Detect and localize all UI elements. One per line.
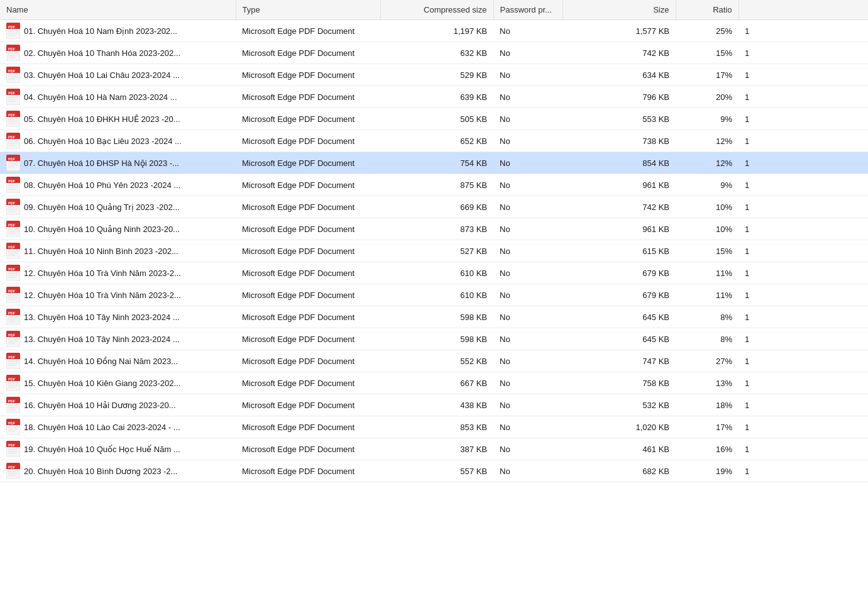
pdf-icon: PDF [6, 133, 20, 148]
table-row[interactable]: PDF 10. Chuyên Hoá 10 Quảng Ninh 2023-20… [0, 218, 868, 240]
compression-ratio: 11% [676, 284, 739, 306]
file-size: 553 KB [563, 108, 676, 130]
file-type: Microsoft Edge PDF Document [236, 372, 380, 394]
file-name: 18. Chuyên Hoá 10 Lào Cai 2023-2024 - ..… [24, 423, 180, 432]
file-size: 742 KB [563, 196, 676, 218]
file-name-cell[interactable]: PDF 02. Chuyên Hoá 10 Thanh Hóa 2023-202… [0, 42, 236, 64]
col-header-type[interactable]: Type [236, 0, 380, 20]
compressed-size: 610 KB [380, 284, 493, 306]
col-header-ratio[interactable]: Ratio [676, 0, 739, 20]
compression-ratio: 11% [676, 262, 739, 284]
file-size: 758 KB [563, 372, 676, 394]
svg-text:PDF: PDF [8, 157, 16, 161]
table-row[interactable]: PDF 15. Chuyên Hoá 10 Kiên Giang 2023-20… [0, 372, 868, 394]
col-header-compressed-size[interactable]: Compressed size [380, 0, 493, 20]
table-row[interactable]: PDF 01. Chuyên Hoá 10 Nam Định 2023-202.… [0, 20, 868, 42]
file-name: 13. Chuyên Hoá 10 Tây Ninh 2023-2024 ... [24, 335, 180, 344]
pdf-icon: PDF [6, 309, 20, 324]
table-row[interactable]: PDF 03. Chuyên Hoá 10 Lai Châu 2023-2024… [0, 64, 868, 86]
compressed-size: 552 KB [380, 350, 493, 372]
file-name-cell[interactable]: PDF 09. Chuyên Hoá 10 Quảng Trị 2023 -20… [0, 196, 236, 218]
file-name: 10. Chuyên Hoá 10 Quảng Ninh 2023-20... [24, 224, 180, 234]
extra-col: 1 [739, 42, 868, 64]
table-row[interactable]: PDF 19. Chuyên Hoá 10 Quốc Học Huế Năm .… [0, 438, 868, 460]
password-protected: No [493, 86, 563, 108]
file-name-cell[interactable]: PDF 13. Chuyên Hoá 10 Tây Ninh 2023-2024… [0, 306, 236, 328]
file-size: 742 KB [563, 42, 676, 64]
password-protected: No [493, 306, 563, 328]
extra-col: 1 [739, 130, 868, 152]
col-header-size[interactable]: Size [563, 0, 676, 20]
file-name-cell[interactable]: PDF 14. Chuyên Hoá 10 Đồng Nai Năm 2023.… [0, 350, 236, 372]
table-row[interactable]: PDF 12. Chuyên Hóa 10 Trà Vinh Năm 2023-… [0, 262, 868, 284]
file-name-cell[interactable]: PDF 07. Chuyên Hoá 10 ĐHSP Hà Nội 2023 -… [0, 152, 236, 174]
table-row[interactable]: PDF 13. Chuyên Hoá 10 Tây Ninh 2023-2024… [0, 306, 868, 328]
file-name: 14. Chuyên Hoá 10 Đồng Nai Năm 2023... [24, 357, 178, 366]
col-header-name[interactable]: Name [0, 0, 236, 20]
file-size: 854 KB [563, 152, 676, 174]
password-protected: No [493, 108, 563, 130]
compressed-size: 387 KB [380, 438, 493, 460]
compressed-size: 632 KB [380, 42, 493, 64]
svg-text:PDF: PDF [8, 179, 16, 183]
file-name-cell[interactable]: PDF 06. Chuyên Hoá 10 Bạc Liêu 2023 -202… [0, 130, 236, 152]
file-name-cell[interactable]: PDF 03. Chuyên Hoá 10 Lai Châu 2023-2024… [0, 64, 236, 86]
file-name-cell[interactable]: PDF 12. Chuyên Hóa 10 Trà Vinh Năm 2023-… [0, 284, 236, 306]
pdf-icon: PDF [6, 89, 20, 104]
file-name-cell[interactable]: PDF 08. Chuyên Hoá 10 Phú Yên 2023 -2024… [0, 174, 236, 196]
file-name-cell[interactable]: PDF 18. Chuyên Hoá 10 Lào Cai 2023-2024 … [0, 416, 236, 438]
table-row[interactable]: PDF 13. Chuyên Hoá 10 Tây Ninh 2023-2024… [0, 328, 868, 350]
compressed-size: 557 KB [380, 460, 493, 482]
col-header-extra [739, 0, 868, 20]
table-body: PDF 01. Chuyên Hoá 10 Nam Định 2023-202.… [0, 20, 868, 482]
file-size: 679 KB [563, 284, 676, 306]
file-name-cell[interactable]: PDF 01. Chuyên Hoá 10 Nam Định 2023-202.… [0, 20, 236, 42]
table-row[interactable]: PDF 05. Chuyên Hoá 10 ĐHKH HUẾ 2023 -20.… [0, 108, 868, 130]
password-protected: No [493, 130, 563, 152]
compression-ratio: 17% [676, 416, 739, 438]
table-row[interactable]: PDF 09. Chuyên Hoá 10 Quảng Trị 2023 -20… [0, 196, 868, 218]
file-size: 961 KB [563, 218, 676, 240]
password-protected: No [493, 416, 563, 438]
file-name-cell[interactable]: PDF 13. Chuyên Hoá 10 Tây Ninh 2023-2024… [0, 328, 236, 350]
compression-ratio: 20% [676, 86, 739, 108]
pdf-icon: PDF [6, 221, 20, 236]
extra-col: 1 [739, 108, 868, 130]
file-name: 12. Chuyên Hóa 10 Trà Vinh Năm 2023-2... [24, 291, 181, 300]
file-type: Microsoft Edge PDF Document [236, 64, 380, 86]
table-row[interactable]: PDF 11. Chuyên Hoá 10 Ninh Bình 2023 -20… [0, 240, 868, 262]
svg-text:PDF: PDF [8, 47, 16, 51]
extra-col: 1 [739, 64, 868, 86]
table-row[interactable]: PDF 14. Chuyên Hoá 10 Đồng Nai Năm 2023.… [0, 350, 868, 372]
file-type: Microsoft Edge PDF Document [236, 350, 380, 372]
table-row[interactable]: PDF 12. Chuyên Hóa 10 Trà Vinh Năm 2023-… [0, 284, 868, 306]
table-row[interactable]: PDF 02. Chuyên Hoá 10 Thanh Hóa 2023-202… [0, 42, 868, 64]
table-row[interactable]: PDF 07. Chuyên Hoá 10 ĐHSP Hà Nội 2023 -… [0, 152, 868, 174]
col-header-password[interactable]: Password pr... [493, 0, 563, 20]
file-name-cell[interactable]: PDF 04. Chuyên Hoá 10 Hà Nam 2023-2024 .… [0, 86, 236, 108]
file-name-cell[interactable]: PDF 19. Chuyên Hoá 10 Quốc Học Huế Năm .… [0, 438, 236, 460]
table-row[interactable]: PDF 20. Chuyên Hoá 10 Bình Dương 2023 -2… [0, 460, 868, 482]
file-name-cell[interactable]: PDF 15. Chuyên Hoá 10 Kiên Giang 2023-20… [0, 372, 236, 394]
extra-col: 1 [739, 262, 868, 284]
pdf-icon: PDF [6, 265, 20, 280]
pdf-icon: PDF [6, 287, 20, 302]
file-table: Name Type Compressed size Password pr...… [0, 0, 868, 482]
compressed-size: 529 KB [380, 64, 493, 86]
compressed-size: 652 KB [380, 130, 493, 152]
table-row[interactable]: PDF 06. Chuyên Hoá 10 Bạc Liêu 2023 -202… [0, 130, 868, 152]
file-name-cell[interactable]: PDF 05. Chuyên Hoá 10 ĐHKH HUẾ 2023 -20.… [0, 108, 236, 130]
compressed-size: 667 KB [380, 372, 493, 394]
extra-col: 1 [739, 20, 868, 42]
table-row[interactable]: PDF 18. Chuyên Hoá 10 Lào Cai 2023-2024 … [0, 416, 868, 438]
file-name-cell[interactable]: PDF 12. Chuyên Hóa 10 Trà Vinh Năm 2023-… [0, 262, 236, 284]
file-name-cell[interactable]: PDF 20. Chuyên Hoá 10 Bình Dương 2023 -2… [0, 460, 236, 482]
file-name-cell[interactable]: PDF 10. Chuyên Hoá 10 Quảng Ninh 2023-20… [0, 218, 236, 240]
file-name-cell[interactable]: PDF 16. Chuyên Hoá 10 Hải Dương 2023-20.… [0, 394, 236, 416]
compressed-size: 598 KB [380, 306, 493, 328]
table-row[interactable]: PDF 08. Chuyên Hoá 10 Phú Yên 2023 -2024… [0, 174, 868, 196]
file-name-cell[interactable]: PDF 11. Chuyên Hoá 10 Ninh Bình 2023 -20… [0, 240, 236, 262]
table-row[interactable]: PDF 04. Chuyên Hoá 10 Hà Nam 2023-2024 .… [0, 86, 868, 108]
table-row[interactable]: PDF 16. Chuyên Hoá 10 Hải Dương 2023-20.… [0, 394, 868, 416]
file-type: Microsoft Edge PDF Document [236, 42, 380, 64]
